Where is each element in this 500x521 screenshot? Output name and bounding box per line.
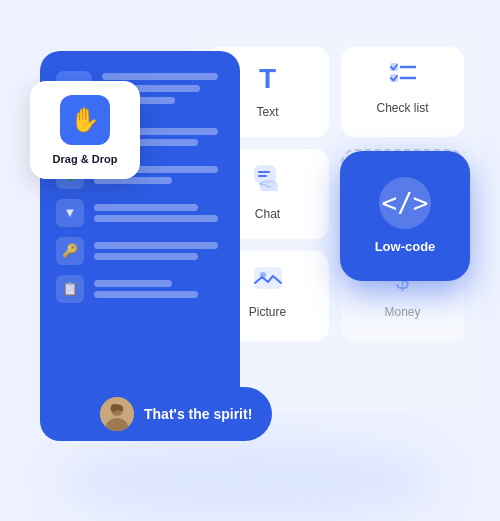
- sidebar-row: 📋: [56, 275, 224, 303]
- drag-drop-popup[interactable]: ✋ Drag & Drop: [30, 81, 140, 179]
- code-icon: </>: [382, 188, 429, 218]
- row-lines: [94, 204, 224, 222]
- line: [94, 291, 198, 298]
- lowcode-card[interactable]: </> Low-code: [340, 151, 470, 281]
- svg-rect-4: [255, 166, 275, 182]
- chat-text: That's the spirit!: [144, 406, 252, 422]
- checklist-label: Check list: [376, 101, 428, 115]
- chat-icon: [254, 165, 282, 197]
- line: [94, 280, 172, 287]
- row-lines: [94, 242, 224, 260]
- grid-item-checklist[interactable]: Check list: [341, 47, 464, 137]
- svg-rect-5: [261, 181, 277, 191]
- money-label: Money: [384, 305, 420, 319]
- line: [94, 253, 198, 260]
- hand-icon: ✋: [70, 106, 100, 134]
- scene: T 🖼️ 💲: [20, 21, 480, 501]
- line: [94, 215, 218, 222]
- chat-label: Chat: [255, 207, 280, 221]
- chat-bubble: That's the spirit!: [80, 387, 272, 441]
- sidebar-row: 🔑: [56, 237, 224, 265]
- lowcode-label: Low-code: [375, 239, 436, 254]
- lowcode-icon: </>: [379, 177, 431, 229]
- background-blob: [60, 441, 440, 521]
- picture-label: Picture: [249, 305, 286, 319]
- drag-drop-label: Drag & Drop: [53, 153, 118, 165]
- picture-icon: [254, 267, 282, 295]
- text-icon: T: [259, 63, 276, 95]
- text-label: Text: [256, 105, 278, 119]
- clipboard-icon[interactable]: 📋: [56, 275, 84, 303]
- drag-drop-icon: ✋: [60, 95, 110, 145]
- line: [102, 73, 218, 80]
- filter-icon[interactable]: ▼: [56, 199, 84, 227]
- sidebar-row: ▼: [56, 199, 224, 227]
- checklist-icon: [390, 63, 416, 91]
- line: [94, 204, 198, 211]
- key-icon[interactable]: 🔑: [56, 237, 84, 265]
- row-lines: [94, 280, 224, 298]
- line: [94, 242, 218, 249]
- avatar: [100, 397, 134, 431]
- svg-rect-8: [255, 268, 281, 288]
